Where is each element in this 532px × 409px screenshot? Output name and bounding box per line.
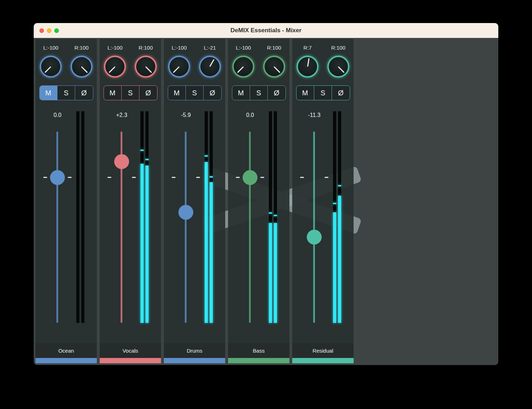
mixer-window: DeMIX Essentials - Mixer L:-100 R:100 M … [34, 23, 498, 365]
pan-knob[interactable] [327, 56, 349, 78]
zero-db-tick [107, 177, 111, 178]
fader-track[interactable] [185, 131, 187, 323]
titlebar[interactable]: DeMIX Essentials - Mixer [34, 23, 498, 38]
close-button[interactable] [39, 28, 44, 33]
pan-knob-label: L:-21 [195, 45, 226, 51]
pan-knob-label: R:100 [259, 45, 290, 51]
desktop: DeMIX Essentials - Mixer L:-100 R:100 M … [0, 0, 532, 409]
mute-button[interactable]: M [104, 86, 121, 100]
meter-peak-indicator [269, 212, 272, 214]
knob-pointer [44, 66, 51, 73]
level-meter [269, 111, 277, 323]
knob-pointer [109, 66, 115, 73]
pan-knob-labels: L:-100 R:100 [35, 39, 97, 51]
meter-bar-right [145, 111, 149, 323]
meter-fill [210, 182, 213, 323]
channel-strip-bass: L:-100 R:100 M S Ø 0.0 [228, 39, 289, 363]
channel-buttons: M S Ø [296, 85, 350, 100]
channel-strip-drums: L:-100 L:-21 M S Ø -5.9 [164, 39, 225, 363]
zero-db-tick [236, 177, 240, 178]
mute-button[interactable]: M [40, 86, 57, 100]
fader-track[interactable] [56, 131, 58, 323]
channel-name-bar: Bass [228, 343, 289, 358]
fader-value: -11.3 [297, 112, 332, 118]
pan-knob[interactable] [263, 56, 285, 78]
fader-track[interactable] [313, 131, 315, 323]
pan-knob[interactable] [232, 56, 254, 78]
knob-pointer [209, 59, 215, 67]
fader-handle[interactable] [50, 170, 65, 185]
meter-fill [333, 212, 336, 323]
level-meter [76, 111, 84, 323]
fader-area: 0.0 [35, 106, 97, 323]
knob-pointer [307, 58, 310, 67]
pan-knob-labels: L:-100 R:100 [228, 39, 289, 51]
channel-buttons: M S Ø [104, 85, 157, 100]
phase-button[interactable]: Ø [267, 86, 285, 100]
mute-button[interactable]: M [297, 86, 314, 100]
pan-knob[interactable] [71, 56, 93, 78]
channel-name-bar: Drums [164, 343, 225, 358]
channel-buttons: M S Ø [39, 85, 93, 100]
traffic-lights [39, 23, 59, 38]
pan-knob-label: L:-100 [164, 45, 195, 51]
channel-color-bar [100, 358, 161, 363]
mixer-content: L:-100 R:100 M S Ø 0.0 [34, 38, 498, 365]
pan-knob-label: R:7 [292, 45, 323, 51]
zero-db-tick [260, 177, 264, 178]
pan-knob[interactable] [199, 56, 221, 78]
meter-fill [140, 164, 144, 323]
fader-track[interactable] [249, 131, 251, 323]
channel-name: Ocean [58, 348, 74, 354]
mute-button[interactable]: M [168, 86, 185, 100]
pan-knob[interactable] [104, 56, 126, 78]
phase-button[interactable]: Ø [203, 86, 221, 100]
fader-handle[interactable] [114, 154, 129, 169]
fader-handle[interactable] [178, 205, 193, 220]
fader-value: 0.0 [40, 112, 75, 118]
channel-strip-residual: R:7 R:100 M S Ø -11.3 [292, 39, 354, 363]
meter-bar-left [333, 111, 336, 323]
fader-handle[interactable] [307, 230, 322, 245]
pan-knobs [100, 56, 161, 78]
channel-color-bar [164, 358, 225, 363]
knob-pointer [81, 66, 88, 73]
knob-pointer [145, 66, 152, 73]
meter-bar-left [269, 111, 272, 323]
channel-buttons: M S Ø [168, 85, 222, 100]
pan-knob[interactable] [297, 56, 318, 78]
mute-button[interactable]: M [232, 86, 250, 100]
zero-db-tick [325, 177, 328, 178]
pan-knob-label: L:-100 [228, 45, 259, 51]
meter-bar-right [274, 111, 277, 323]
fader-value: +2.3 [104, 112, 139, 118]
pan-knob[interactable] [168, 56, 190, 78]
meter-fill [205, 162, 208, 323]
zero-db-tick [300, 177, 304, 178]
phase-button[interactable]: Ø [139, 86, 157, 100]
zoom-button[interactable] [54, 28, 59, 33]
meter-peak-indicator [333, 203, 336, 204]
solo-button[interactable]: S [185, 86, 203, 100]
fader-handle[interactable] [243, 170, 257, 185]
pan-knob[interactable] [40, 56, 62, 78]
phase-button[interactable]: Ø [332, 86, 349, 100]
level-meter [333, 111, 341, 323]
solo-button[interactable]: S [121, 86, 139, 100]
pan-knobs [164, 56, 225, 78]
channel-buttons: M S Ø [232, 85, 286, 100]
pan-knob-labels: L:-100 R:100 [100, 39, 161, 51]
meter-fill [269, 223, 272, 323]
minimize-button[interactable] [47, 28, 51, 33]
solo-button[interactable]: S [314, 86, 332, 100]
phase-button[interactable]: Ø [75, 86, 93, 100]
zero-db-tick [43, 177, 47, 178]
zero-db-tick [132, 177, 136, 178]
meter-peak-indicator [338, 185, 341, 186]
solo-button[interactable]: S [250, 86, 267, 100]
zero-db-tick [68, 177, 72, 178]
solo-button[interactable]: S [57, 86, 75, 100]
knob-pointer [338, 66, 345, 73]
pan-knob-label: L:-100 [35, 45, 66, 51]
pan-knob[interactable] [135, 56, 157, 78]
